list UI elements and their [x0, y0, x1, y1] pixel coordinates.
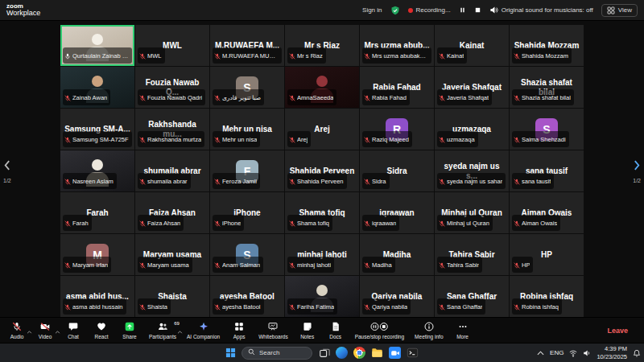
- participant-name-label: MWL: [138, 47, 165, 64]
- participant-tile[interactable]: shumaila abrarshumaila abrar: [135, 150, 209, 191]
- participant-tile[interactable]: sana tausifsana tausif: [510, 150, 584, 191]
- participant-tile[interactable]: iqraawaniqraawan: [360, 192, 434, 233]
- participant-tile[interactable]: RRaziq Majeed: [360, 109, 434, 150]
- view-button[interactable]: View: [601, 4, 638, 17]
- participant-tile[interactable]: Zainab Awan: [60, 67, 134, 108]
- language-indicator[interactable]: ENG: [550, 349, 564, 356]
- next-page-button[interactable]: 1/2: [633, 159, 641, 183]
- task-view-icon[interactable]: [318, 347, 330, 359]
- participant-tile[interactable]: MadihaMadiha: [360, 234, 434, 275]
- participant-tile[interactable]: Qurtaulain Zainab مرکزی...: [60, 25, 134, 66]
- participant-tile[interactable]: ArejArej: [285, 109, 359, 150]
- participant-tile[interactable]: MMaryam Irfan: [60, 234, 134, 275]
- participant-tile[interactable]: Aiman OwaisAiman Owais: [510, 192, 584, 233]
- participant-tile[interactable]: FarahFarah: [60, 192, 134, 233]
- participant-tile[interactable]: Rakhshanda mu...Rakhshanda murtza: [135, 109, 209, 150]
- participant-tile[interactable]: AmnaSaeeda: [285, 67, 359, 108]
- toolbar-items: AudioVideoChatReactShare69ParticipantsAI…: [8, 322, 472, 339]
- toolbar-video[interactable]: Video: [36, 322, 54, 339]
- leave-button[interactable]: Leave: [599, 323, 636, 338]
- participant-tile[interactable]: Qariya nabilaQariya nabila: [360, 276, 434, 317]
- chevron-up-icon[interactable]: [55, 323, 60, 337]
- start-button[interactable]: [225, 348, 236, 358]
- toolbar-share[interactable]: Share: [121, 322, 138, 339]
- participant-name-label: Zainab Awan: [63, 89, 110, 105]
- participant-tile[interactable]: SidraSidra: [360, 150, 434, 191]
- prev-page-button[interactable]: 1/2: [3, 159, 11, 183]
- participant-tile[interactable]: M.RUWAEFA M...M.RUWAEFA MUBIN...: [210, 25, 284, 66]
- participant-tile[interactable]: FFeroza Jamil: [210, 150, 284, 191]
- folder-icon[interactable]: [371, 347, 383, 359]
- chrome-icon[interactable]: [353, 347, 365, 359]
- participant-tile[interactable]: Mrs uzma abub...Mrs uzma abubakar.nazi..…: [360, 25, 434, 66]
- participant-tile[interactable]: Samsung SM-A...Samsung SM-A725F: [60, 109, 134, 150]
- participant-tile[interactable]: Mehr un nisaMehr un nisa: [210, 109, 284, 150]
- stop-recording-icon[interactable]: [474, 6, 481, 14]
- toolbar-react[interactable]: React: [93, 322, 110, 339]
- wifi-icon[interactable]: [569, 349, 577, 357]
- toolbar-meeting-info[interactable]: Meeting info: [415, 322, 443, 339]
- toolbar-item-label: Share: [122, 334, 136, 339]
- participant-tile[interactable]: Faiza AhsanFaiza Ahsan: [135, 192, 209, 233]
- toolbar-apps[interactable]: Apps: [230, 322, 248, 339]
- original-sound-toggle[interactable]: Original sound for musicians: off: [489, 6, 593, 14]
- participant-tile[interactable]: Fouzia Nawab Q...Fouzia Nawab Qadri: [135, 67, 209, 108]
- participant-tile[interactable]: Shama tofiqShama tofiq: [285, 192, 359, 233]
- participant-name: Samsung SM-A725F: [72, 136, 129, 143]
- participant-tile[interactable]: minhaj lahotiminhaj lahoti: [285, 234, 359, 275]
- participant-tile[interactable]: iPhoneiPhone: [210, 192, 284, 233]
- participant-tile[interactable]: ayesha Batoolayesha Batool: [210, 276, 284, 317]
- toolbar-whiteboards[interactable]: Whiteboards: [258, 322, 288, 339]
- toolbar-ai-companion[interactable]: AI Companion: [187, 322, 220, 339]
- toolbar-more[interactable]: More: [454, 322, 472, 339]
- notification-bell-icon[interactable]: [633, 349, 641, 357]
- edge-icon[interactable]: [336, 347, 348, 359]
- participant-tile[interactable]: Javeria ShafqatJaveria Shafqat: [435, 67, 509, 108]
- participant-tile[interactable]: Rabia FahadRabia Fahad: [360, 67, 434, 108]
- participant-tile[interactable]: Shahida PerveenShahida Perveen: [285, 150, 359, 191]
- participant-tile[interactable]: Minhaj ul QuranMinhaj ul Quran: [435, 192, 509, 233]
- recording-indicator: Recording...: [408, 6, 451, 14]
- participant-tile[interactable]: Fariha Fatima: [285, 276, 359, 317]
- pause-recording-icon[interactable]: [459, 6, 466, 14]
- participant-tile[interactable]: Tahira SabirTahira Sabir: [435, 234, 509, 275]
- participant-tile[interactable]: Shahida MozzamShahida Mozzam: [510, 25, 584, 66]
- mic-muted-icon: [439, 90, 445, 105]
- participant-tile[interactable]: Sصبا تنویر قادری: [210, 67, 284, 108]
- participant-tile[interactable]: SSaima Shehzadi: [510, 109, 584, 150]
- participant-tile[interactable]: ShaistaShaista: [135, 276, 209, 317]
- taskbar-clock[interactable]: 4:39 PM 10/23/2025: [597, 345, 627, 360]
- participant-tile[interactable]: Mr s RiazMr s Riaz: [285, 25, 359, 66]
- sign-in-link[interactable]: Sign in: [362, 6, 382, 14]
- chevron-up-icon[interactable]: [27, 323, 32, 337]
- participant-tile[interactable]: SAnam Salman: [210, 234, 284, 275]
- toolbar-audio[interactable]: Audio: [8, 322, 26, 339]
- participant-tile[interactable]: uzmazaqauzmazaqa: [435, 109, 509, 150]
- participant-tile[interactable]: Robina ishfaqRobina ishfaq: [510, 276, 584, 317]
- taskbar-search[interactable]: Search: [242, 347, 312, 360]
- toolbar-chat[interactable]: Chat: [64, 322, 82, 339]
- tray-chevron-up-icon[interactable]: [537, 351, 544, 356]
- camera-muted-icon: [40, 322, 50, 332]
- participant-tile[interactable]: KainatKainat: [435, 25, 509, 66]
- participant-tile[interactable]: Maryam usamaMaryam usama: [135, 234, 209, 275]
- mic-muted-icon: [139, 48, 146, 63]
- participant-tile[interactable]: asma abid hus...asma abid hussain: [60, 276, 134, 317]
- toolbar-docs[interactable]: Docs: [327, 322, 345, 339]
- participant-tile[interactable]: HPHP: [510, 234, 584, 275]
- toolbar-notes[interactable]: Notes: [299, 322, 316, 339]
- volume-icon[interactable]: [583, 349, 591, 357]
- participant-tile[interactable]: Nasreen Aslam: [60, 150, 134, 191]
- system-tray: ENG 4:39 PM 10/23/2025: [537, 343, 641, 362]
- participant-tile[interactable]: MWLMWL: [135, 25, 209, 66]
- mic-muted-icon: [514, 257, 520, 272]
- participant-tile[interactable]: Shazia shafat bilalShazia shafat bilal: [510, 67, 584, 108]
- security-shield-icon[interactable]: [390, 6, 400, 15]
- participant-tile[interactable]: Sana GhaffarSana Ghaffar: [435, 276, 509, 317]
- chevron-up-icon[interactable]: [177, 323, 183, 337]
- zoom-icon[interactable]: [389, 347, 401, 359]
- participant-tile[interactable]: syeda najm us s...syeda najm us sahar: [435, 150, 509, 191]
- terminal-icon[interactable]: [407, 347, 419, 359]
- toolbar-participants[interactable]: 69Participants: [149, 322, 176, 339]
- toolbar-pause-stop-recording[interactable]: Pause/stop recording: [355, 322, 404, 339]
